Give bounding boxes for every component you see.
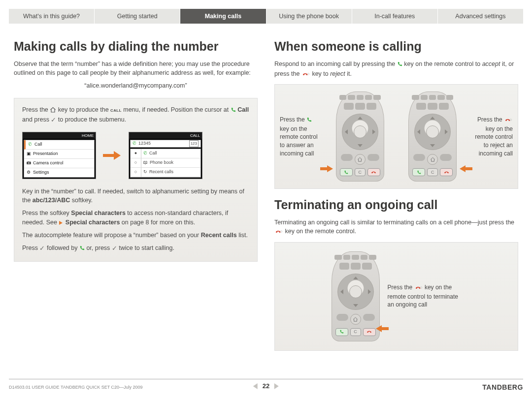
dot-icon: ● (131, 149, 141, 158)
panel-terminate: C Press the key on the remote control to… (274, 242, 518, 351)
next-page-icon[interactable] (274, 383, 279, 389)
t: Special characters (71, 210, 126, 216)
t: Terminating an ongoing call is similar t… (274, 219, 514, 226)
phone-green-icon: ✆ (133, 140, 136, 147)
phone-green-icon (306, 117, 312, 125)
t: Press the (280, 116, 306, 123)
remote-terminate: C (332, 251, 380, 341)
t: Recent calls (149, 169, 173, 176)
dot-icon: ○ (131, 158, 141, 168)
phone-green-icon: ✆ (28, 142, 33, 147)
phone-red-icon (274, 228, 283, 237)
answer-button (340, 168, 353, 176)
t: Respond to an incoming call by pressing … (274, 61, 397, 67)
content-columns: Making calls by dialing the number Obser… (9, 39, 523, 360)
t: Press (22, 245, 39, 251)
t: Press the softkey (22, 210, 71, 216)
tab-getting-started[interactable]: Getting started (95, 9, 180, 24)
t: it. (347, 70, 352, 77)
t: Press the (22, 106, 50, 113)
screenshots-row: HOME ✆Call ▣Presentation 📷︎Camera contro… (22, 132, 249, 179)
t: 12345 (138, 140, 151, 147)
link-arrow-icon (59, 221, 63, 225)
t: key on the remote control. (285, 228, 356, 235)
col-right: When someone is calling Respond to an in… (274, 39, 518, 360)
heading-terminate: Terminating an ongoing call (274, 198, 518, 212)
t: Press the (388, 284, 414, 291)
t: and press (22, 116, 51, 123)
t: to produce the submenu. (58, 116, 126, 123)
t: list. (238, 232, 248, 239)
screenshot-call-menu: CALL ✆ 12345 123 ● ○ ○ (129, 132, 202, 179)
home-icon (50, 107, 56, 113)
step-4: The autocomplete feature will propose a … (22, 231, 249, 240)
t: Press the (477, 116, 504, 123)
screenshot-home-menu: HOME ✆Call ▣Presentation 📷︎Camera contro… (22, 132, 96, 179)
intro-text: Observe that the term “number” has a wid… (14, 60, 258, 77)
phone-green-icon: ✆ (143, 150, 147, 157)
tab-in-call[interactable]: In-call features (352, 9, 438, 24)
menu-item-camera: 📷︎Camera control (24, 159, 94, 168)
tab-making-calls[interactable]: Making calls (180, 9, 266, 24)
footer-doc-id: D14503.01 USER GUIDE TANDBERG QUICK SET … (9, 385, 143, 390)
submenu-call: ✆Call (141, 149, 200, 158)
incoming-intro: Respond to an incoming call by pressing … (274, 60, 518, 79)
t: call (110, 107, 122, 113)
dpad (342, 114, 378, 150)
svg-point-3 (420, 287, 422, 289)
t: The autocomplete feature will propose a … (22, 232, 201, 239)
pager: 22 (253, 382, 279, 390)
col-left: Making calls by dialing the number Obser… (14, 39, 258, 360)
page: What's in this guide? Getting started Ma… (0, 0, 532, 399)
book-icon: 📖︎ (143, 159, 148, 166)
tab-advanced[interactable]: Advanced settings (438, 9, 523, 24)
t: Call (237, 106, 249, 113)
dial-input: ✆ 12345 123 (130, 140, 201, 148)
home-menu-list: ✆Call ▣Presentation 📷︎Camera control ⚙Se… (24, 140, 95, 178)
example-address: “alice.wonderland@mycompany.com” (14, 82, 258, 89)
zoom-icon (355, 103, 365, 110)
caption-terminate: Press the key on the remote control to t… (388, 283, 462, 309)
t: reject (330, 70, 345, 77)
arrow-to-green-icon (320, 165, 334, 172)
prev-page-icon[interactable] (253, 383, 258, 389)
tab-whats-in-guide[interactable]: What's in this guide? (9, 9, 95, 24)
tab-phone-book[interactable]: Using the phone book (266, 9, 352, 24)
screenshot-title: CALL (129, 132, 202, 139)
t: Presentation (33, 151, 58, 157)
clock-icon: ↻ (143, 169, 147, 176)
phone-green-icon (397, 61, 402, 69)
presentation-icon: ▣ (26, 152, 31, 156)
t: key on the remote control to reject an i… (475, 125, 513, 157)
remote-illustration: C (336, 92, 384, 182)
link-special-chars[interactable]: Special characters (66, 219, 120, 226)
t: accept (482, 61, 500, 67)
panel-steps: Press the key to produce the call menu, … (14, 98, 258, 262)
step-1: Press the key to produce the call menu, … (22, 105, 249, 125)
footer: D14503.01 USER GUIDE TANDBERG QUICK SET … (9, 379, 523, 391)
dot-icon: ○ (131, 168, 141, 177)
check-icon: ✓ (51, 116, 56, 125)
caption-answer: Press the key on the remote control to a… (280, 116, 321, 158)
ok-button (354, 125, 366, 138)
t: Camera control (33, 160, 64, 167)
presentation-icon (344, 103, 354, 110)
phone-green-icon (79, 245, 85, 253)
remote-illustration: C (332, 251, 380, 341)
remote-reject: C (399, 92, 467, 182)
arrow-to-red-icon (375, 325, 389, 332)
step-2: Key in the “number” to call. If needed, … (22, 187, 249, 205)
home-button (355, 154, 366, 165)
heading-making-calls: Making calls by dialing the number (14, 39, 258, 54)
clear-button: C (355, 168, 366, 176)
step-3: Press the softkey Special characters to … (22, 209, 249, 226)
mode-indicator: 123 (189, 140, 199, 147)
t: menu, if needed. Position the cursor at (123, 106, 231, 113)
t: key on the remote control to answer an i… (280, 125, 318, 157)
reject-button (367, 168, 380, 176)
phone-red-icon (504, 117, 513, 125)
t: on page 8 for more on this. (122, 219, 195, 226)
t: abc/123/ABC (33, 197, 70, 204)
menu-item-settings: ⚙Settings (24, 168, 94, 177)
check-icon: ✓ (39, 244, 45, 253)
